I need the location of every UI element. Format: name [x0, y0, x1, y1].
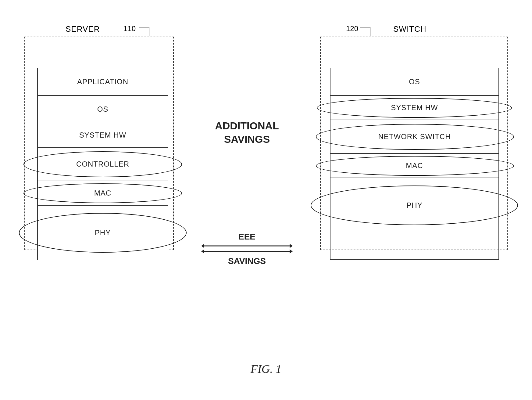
svg-marker-4 — [290, 249, 293, 254]
switch-bracket — [360, 27, 370, 36]
switch-systemhw-layer: SYSTEM HW — [330, 96, 498, 120]
svg-marker-5 — [201, 249, 204, 254]
server-systemhw-layer: SYSTEM HW — [38, 123, 168, 148]
switch-netswitch-layer: NETWORK SWITCH — [330, 120, 498, 154]
server-bracket — [139, 27, 149, 36]
server-os-layer: OS — [38, 96, 168, 123]
eee-label: EEE — [174, 232, 320, 242]
server-inner-box: APPLICATION OS SYSTEM HW CONTROLLER — [37, 68, 168, 260]
server-controller-layer: CONTROLLER — [38, 148, 168, 181]
server-mac-layer: MAC — [38, 181, 168, 206]
server-phy-layer: PHY — [38, 206, 168, 260]
switch-os-layer: OS — [330, 68, 498, 96]
double-arrow-svg — [201, 243, 293, 255]
diagram: SERVER 110 APPLICATION OS SYSTEM HW — [18, 18, 514, 262]
server-application-layer: APPLICATION — [38, 68, 168, 96]
eee-arrow — [174, 243, 320, 255]
server-ref: 110 — [123, 24, 136, 33]
savings-label: SAVINGS — [174, 256, 320, 266]
switch-ref: 120 — [346, 24, 358, 33]
switch-phy-layer: PHY — [330, 178, 498, 232]
additional-savings-text: ADDITIONAL SAVINGS — [174, 119, 320, 146]
server-label: SERVER — [66, 24, 100, 34]
switch-label: SWITCH — [393, 24, 427, 34]
fig-label: FIG. 1 — [251, 362, 281, 376]
server-outer-box: APPLICATION OS SYSTEM HW CONTROLLER — [24, 37, 174, 250]
switch-mac-layer: MAC — [330, 154, 498, 178]
switch-inner-box: OS SYSTEM HW NETWORK SWITCH — [330, 68, 499, 260]
switch-outer-box: OS SYSTEM HW NETWORK SWITCH — [320, 37, 508, 250]
svg-marker-1 — [290, 244, 293, 248]
svg-marker-2 — [201, 244, 204, 248]
eee-area: EEE SAVINGS — [174, 232, 320, 266]
